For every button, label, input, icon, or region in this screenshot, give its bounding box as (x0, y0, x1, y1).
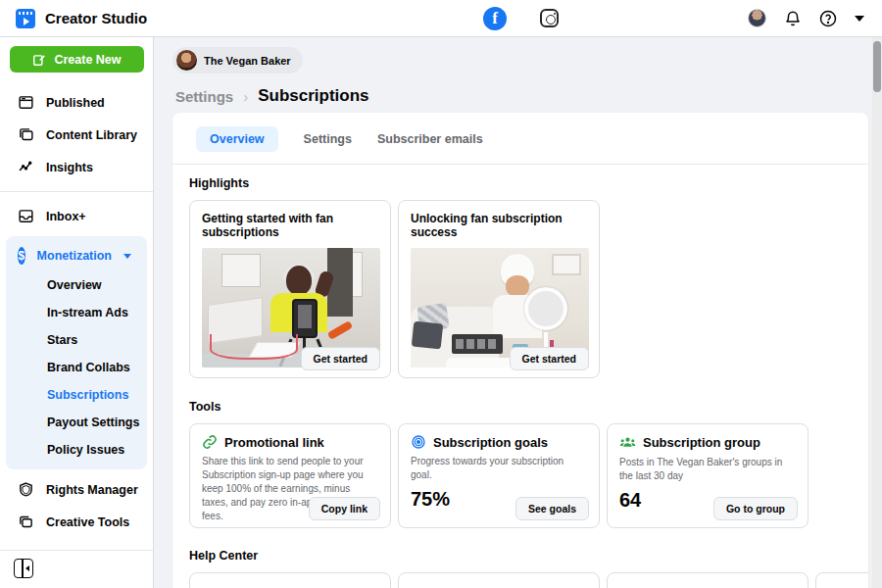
help-card-best-practices[interactable]: Best Pra (815, 572, 868, 588)
monetization-dollar-icon: $ (18, 247, 25, 265)
shield-icon (18, 481, 34, 498)
creator-studio-logo-icon (16, 9, 35, 28)
sidebar-item-subscriptions[interactable]: Subscriptions (6, 381, 147, 409)
target-icon (411, 434, 426, 450)
sidebar-item-payout-settings[interactable]: Payout Settings (6, 409, 147, 436)
page-name: The Vegan Baker (204, 55, 291, 67)
scrollbar-track[interactable] (872, 37, 882, 588)
tab-settings[interactable]: Settings (304, 126, 352, 152)
creative-tools-icon (18, 514, 34, 530)
help-card-fan-subscriptions[interactable]: About Fan Subscriptions (189, 572, 391, 588)
highlight-card-unlocking-success: Unlocking fan subscription success Get s… (398, 200, 600, 378)
scrollbar-thumb[interactable] (873, 41, 881, 92)
monetization-section: $ Monetization Overview In-stream Ads St… (6, 236, 147, 469)
collapse-caret-icon[interactable] (123, 254, 131, 259)
page-title: Subscriptions (258, 86, 368, 106)
help-center-heading: Help Center (189, 549, 868, 563)
tool-card-promotional-link: Promotional link Share this link to send… (189, 423, 391, 528)
sidebar-item-instream-ads[interactable]: In-stream Ads (6, 299, 147, 326)
sidebar-footer (0, 550, 153, 588)
sidebar-item-monetization[interactable]: $ Monetization (6, 240, 147, 271)
breadcrumb-settings[interactable]: Settings (175, 88, 233, 105)
see-goals-button[interactable]: See goals (515, 497, 589, 520)
tools-heading: Tools (189, 400, 868, 414)
app-brand[interactable]: Creator Studio (0, 9, 294, 28)
get-started-button[interactable]: Get started (301, 347, 380, 370)
sidebar: Create New Published Content Library Ins… (0, 37, 154, 588)
group-icon (619, 434, 636, 451)
help-icon[interactable] (819, 10, 837, 27)
published-icon (18, 94, 34, 111)
breadcrumb: Settings › Subscriptions (175, 86, 882, 106)
tab-subscriber-emails[interactable]: Subscriber emails (377, 126, 483, 152)
highlight-card-getting-started: Getting started with fan subscriptions G… (189, 200, 391, 378)
sidebar-item-policy-issues[interactable]: Policy Issues (6, 436, 147, 464)
sidebar-item-creative-tools[interactable]: Creative Tools (0, 506, 153, 538)
instagram-icon[interactable] (540, 9, 559, 27)
content-library-icon (18, 126, 34, 143)
sidebar-divider (0, 191, 153, 192)
inbox-icon (18, 208, 34, 224)
breadcrumb-chevron-icon: › (243, 88, 248, 105)
facebook-icon[interactable]: f (483, 7, 507, 30)
main-area: The Vegan Baker Settings › Subscriptions… (155, 37, 882, 588)
user-avatar[interactable] (748, 9, 766, 27)
tools-row: Promotional link Share this link to send… (189, 423, 868, 528)
sidebar-item-content-library[interactable]: Content Library (0, 119, 153, 151)
top-navbar: Creator Studio f (0, 0, 882, 37)
go-to-group-button[interactable]: Go to group (713, 497, 798, 520)
highlights-heading: Highlights (189, 176, 868, 190)
sidebar-item-published[interactable]: Published (0, 86, 153, 119)
content-card: Overview Settings Subscriber emails High… (172, 113, 868, 588)
help-center-row: About Fan Subscriptions About Fan Subscr… (189, 572, 868, 588)
sidebar-item-rights-manager[interactable]: Rights Manager (0, 473, 153, 506)
page-selector-chip[interactable]: The Vegan Baker (172, 47, 303, 74)
nav-actions (748, 9, 882, 27)
sidebar-item-brand-collabs[interactable]: Brand Collabs (6, 354, 147, 381)
sidebar-item-insights[interactable]: Insights (0, 151, 153, 183)
help-card-supporter-benefits[interactable]: About Supporter Benefits (607, 572, 808, 588)
sidebar-item-stars[interactable]: Stars (6, 326, 147, 354)
notifications-bell-icon[interactable] (784, 10, 802, 27)
help-card-subscription-payouts[interactable]: About Fan Subscription Payouts (398, 572, 600, 588)
app-title: Creator Studio (45, 10, 147, 26)
page-avatar (176, 50, 197, 71)
tab-overview[interactable]: Overview (196, 126, 278, 152)
insights-icon (18, 159, 34, 175)
platform-switcher: f (294, 7, 748, 30)
collapse-sidebar-icon[interactable] (14, 559, 33, 578)
create-new-button[interactable]: Create New (10, 46, 144, 73)
sidebar-item-inbox[interactable]: Inbox+ (0, 200, 153, 232)
tabs-bar: Overview Settings Subscriber emails (172, 113, 868, 165)
get-started-button[interactable]: Get started (510, 347, 589, 370)
tool-card-subscription-goals: Subscription goals Progress towards your… (398, 423, 600, 528)
account-menu-caret-icon[interactable] (855, 16, 864, 22)
sidebar-item-overview[interactable]: Overview (6, 271, 147, 299)
compose-icon (32, 53, 46, 67)
copy-link-button[interactable]: Copy link (309, 497, 380, 520)
tool-card-subscription-group: Subscription group Posts in The Vegan Ba… (607, 423, 808, 528)
link-icon (202, 434, 218, 450)
highlights-row: Getting started with fan subscriptions G… (189, 200, 868, 378)
